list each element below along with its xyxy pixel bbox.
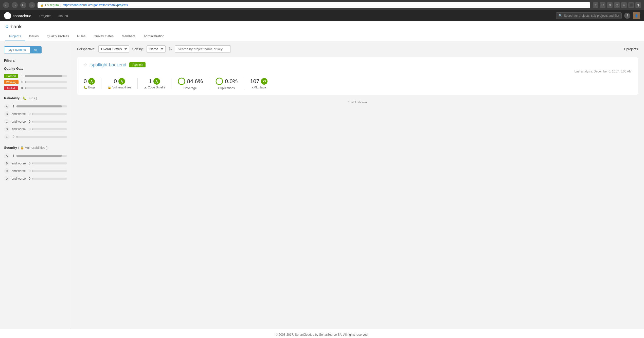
reliability-title: Reliability ( 🐛 Bugs ) bbox=[4, 96, 67, 100]
nav-issues[interactable]: Issues bbox=[55, 10, 71, 21]
extension-4[interactable]: G bbox=[621, 2, 627, 8]
reliability-filter: Reliability ( 🐛 Bugs ) A 1 B and worse 0… bbox=[4, 96, 67, 141]
org-title: ⚙ bank bbox=[5, 24, 639, 32]
tab-members[interactable]: Members bbox=[118, 32, 139, 41]
failed-bar-container bbox=[25, 87, 67, 89]
nav-projects[interactable]: Projects bbox=[36, 10, 54, 21]
failed-badge: Failed bbox=[4, 86, 18, 90]
security-d-count: 0 bbox=[29, 177, 30, 180]
global-search[interactable]: 🔍 bbox=[556, 12, 622, 19]
dup-metric-top: 0.0% bbox=[215, 77, 238, 85]
sec-grade-b-badge: B bbox=[4, 161, 10, 166]
view-toggle: My Favorites All bbox=[4, 46, 42, 53]
my-favorites-button[interactable]: My Favorites bbox=[4, 47, 30, 53]
security-c-label: and worse bbox=[12, 169, 26, 173]
extension-2[interactable]: ⊕ bbox=[607, 2, 613, 8]
reliability-c-count: 0 bbox=[29, 120, 30, 123]
vuln-label: 🔒 Vulnerabilities bbox=[108, 86, 131, 89]
refresh-button[interactable]: ↻ bbox=[20, 2, 26, 8]
project-name[interactable]: spotlight-backend bbox=[91, 62, 126, 68]
user-avatar[interactable]: 👤 bbox=[633, 12, 640, 19]
security-filter: Security ( 🔒 Vulnerabilities ) A 1 B and… bbox=[4, 146, 67, 182]
reliability-c[interactable]: C and worse 0 bbox=[4, 118, 67, 125]
code-smells-metric[interactable]: 1 A ☁ Code Smells bbox=[138, 78, 171, 89]
failed-count: 0 bbox=[21, 86, 23, 90]
bugs-metric-top: 0 A bbox=[84, 78, 95, 85]
passed-badge: Passed bbox=[4, 74, 18, 78]
warning-count: 0 bbox=[22, 80, 23, 84]
security-d[interactable]: D and worse 0 bbox=[4, 175, 67, 182]
coverage-label: Coverage bbox=[184, 86, 197, 90]
sec-grade-d-badge: D bbox=[4, 176, 10, 181]
project-card: ☆ spotlight-backend Passed Last analysis… bbox=[77, 57, 638, 95]
metrics-row: 0 A 🐛 Bugs 0 A 🔒 Vul bbox=[83, 77, 632, 90]
browser-chrome: ← → ↻ ⌂ 🔒 Es seguro | https://sonarcloud… bbox=[0, 0, 644, 10]
tab-rules[interactable]: Rules bbox=[73, 32, 90, 41]
tab-projects[interactable]: Projects bbox=[5, 32, 25, 41]
security-c[interactable]: C and worse 0 bbox=[4, 167, 67, 175]
lines-label: XML, Java bbox=[252, 86, 266, 89]
extension-6[interactable]: ◑ bbox=[635, 2, 641, 8]
project-search-input[interactable] bbox=[175, 45, 231, 53]
global-search-input[interactable] bbox=[564, 14, 619, 17]
main-content: Perspective: Overall Status Sort by: Nam… bbox=[71, 41, 644, 329]
sort-by-select[interactable]: Name bbox=[147, 45, 166, 53]
help-button[interactable]: ? bbox=[624, 13, 630, 19]
page-footer: © 2008-2017, SonarCloud.io by SonarSourc… bbox=[0, 329, 644, 338]
sort-direction-icon[interactable]: ⇅ bbox=[169, 47, 172, 51]
grade-a-badge: A bbox=[4, 104, 10, 109]
coverage-circle-icon bbox=[177, 77, 186, 85]
filter-warning[interactable]: Warning 0 bbox=[4, 79, 67, 85]
tab-issues[interactable]: Issues bbox=[25, 32, 43, 41]
tab-administration[interactable]: Administration bbox=[139, 32, 168, 41]
reliability-c-label: and worse bbox=[12, 120, 26, 123]
reliability-e[interactable]: E 0 bbox=[4, 133, 67, 141]
logo-text: sonarcloud bbox=[13, 14, 31, 18]
back-button[interactable]: ← bbox=[3, 2, 9, 8]
security-d-bar-container bbox=[32, 178, 67, 180]
last-analysis: Last analysis: December 6, 2017, 5:05 AM bbox=[83, 70, 632, 73]
reliability-b[interactable]: B and worse 0 bbox=[4, 110, 67, 118]
duplications-metric[interactable]: 0.0% Duplications bbox=[209, 77, 244, 90]
address-bar[interactable]: 🔒 Es seguro | https://sonarcloud.io/orga… bbox=[38, 2, 590, 8]
vulnerabilities-metric[interactable]: 0 A 🔒 Vulnerabilities bbox=[101, 78, 137, 89]
extension-1[interactable]: ⬡ bbox=[600, 2, 605, 8]
dup-label: Duplications bbox=[218, 86, 235, 90]
filter-failed[interactable]: Failed 0 bbox=[4, 85, 67, 91]
logo-icon: ☁ bbox=[4, 12, 11, 19]
lines-grade: XS bbox=[261, 78, 267, 85]
coverage-metric[interactable]: 84.6% Coverage bbox=[171, 77, 209, 90]
reliability-a[interactable]: A 1 bbox=[4, 103, 67, 110]
extension-5[interactable]: ⬛ bbox=[628, 2, 634, 8]
favorite-star-icon[interactable]: ☆ bbox=[83, 62, 87, 68]
tab-quality-gates[interactable]: Quality Gates bbox=[90, 32, 118, 41]
warning-badge: Warning bbox=[4, 80, 19, 84]
tab-quality-profiles[interactable]: Quality Profiles bbox=[43, 32, 73, 41]
lines-value: 107 bbox=[250, 78, 259, 85]
sec-grade-a-badge: A bbox=[4, 153, 10, 159]
reliability-b-count: 0 bbox=[29, 112, 30, 116]
reliability-b-bar-container bbox=[32, 113, 67, 115]
all-button[interactable]: All bbox=[30, 47, 41, 53]
security-a[interactable]: A 1 bbox=[4, 152, 67, 160]
home-button[interactable]: ⌂ bbox=[29, 2, 35, 8]
warning-bar bbox=[25, 81, 26, 83]
main-layout: My Favorites All Filters Quality Gate Pa… bbox=[0, 41, 644, 329]
reliability-a-count: 1 bbox=[13, 105, 14, 108]
url-text: https://sonarcloud.io/organizations/bank… bbox=[63, 3, 128, 7]
forward-button[interactable]: → bbox=[12, 2, 18, 8]
extension-3[interactable]: ◷ bbox=[614, 2, 620, 8]
perspective-select[interactable]: Overall Status bbox=[98, 45, 129, 53]
bugs-metric[interactable]: 0 A 🐛 Bugs bbox=[83, 78, 101, 89]
logo[interactable]: ☁ sonarcloud bbox=[4, 12, 31, 19]
dup-value: 0.0% bbox=[225, 78, 238, 85]
security-b-count: 0 bbox=[29, 162, 30, 165]
reliability-d[interactable]: D and worse 0 bbox=[4, 125, 67, 133]
star-page-button[interactable]: ☆ bbox=[593, 2, 598, 8]
security-b[interactable]: B and worse 0 bbox=[4, 160, 67, 167]
lock-icon: 🔒 bbox=[40, 4, 44, 7]
filter-passed[interactable]: Passed 1 bbox=[4, 73, 67, 79]
lines-metric[interactable]: 107 XS XML, Java bbox=[244, 78, 274, 89]
security-c-bar-container bbox=[32, 170, 67, 172]
smells-value: 1 bbox=[149, 78, 152, 85]
